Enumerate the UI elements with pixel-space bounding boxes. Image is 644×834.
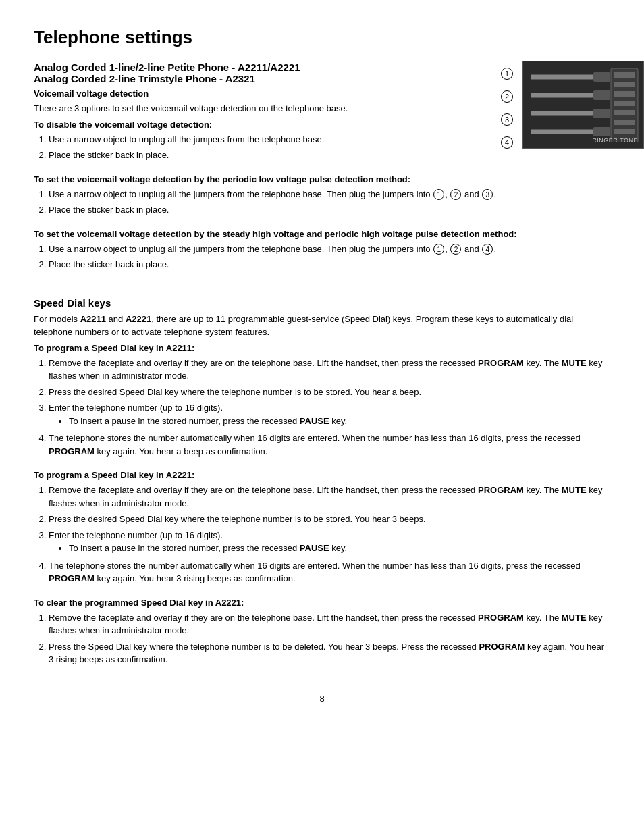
program-a2221-step-2: Press the desired Speed Dial key where t… <box>49 513 610 526</box>
diagram-box: RINGER TONE <box>522 61 644 149</box>
diagram-numbers: 1 2 3 4 <box>501 68 513 149</box>
clear-a2221-block: To clear the programmed Speed Dial key i… <box>34 598 610 667</box>
speed-dial-intro: For models A2211 and A2221, there are up… <box>34 313 610 339</box>
program-a2211-step-3: Enter the telephone number (up to 16 dig… <box>49 401 610 427</box>
svg-rect-9 <box>614 72 635 78</box>
svg-rect-14 <box>614 120 635 125</box>
program-a2211-step-4: The telephone stores the number automati… <box>49 432 610 458</box>
periodic-low-block: To set the voicemail voltage detection b… <box>34 174 610 217</box>
periodic-low-heading: To set the voicemail voltage detection b… <box>34 174 610 184</box>
circle-1-low: 1 <box>433 189 444 200</box>
program-a2211-bullet-1: To insert a pause in the stored number, … <box>69 415 610 428</box>
steady-high-step-1: Use a narrow object to unplug all the ju… <box>49 242 610 256</box>
program-a2221-heading: To program a Speed Dial key in A2221: <box>34 470 610 480</box>
circle-2-high: 2 <box>450 244 461 255</box>
steady-high-steps: Use a narrow object to unplug all the ju… <box>49 242 610 271</box>
svg-rect-7 <box>593 127 610 136</box>
svg-rect-11 <box>614 91 635 97</box>
diagram-circle-3: 3 <box>501 113 513 126</box>
clear-a2221-step-2: Press the Speed Dial key where the telep… <box>49 640 610 667</box>
diagram-circle-2: 2 <box>501 90 513 103</box>
speed-dial-section: Speed Dial keys For models A2211 and A22… <box>34 297 610 667</box>
steady-high-block: To set the voicemail voltage detection b… <box>34 229 610 271</box>
svg-rect-15 <box>614 129 635 134</box>
periodic-low-steps: Use a narrow object to unplug all the ju… <box>49 188 610 217</box>
voicemail-section: Voicemail voltage detection There are 3 … <box>34 88 610 284</box>
diagram-circle-4: 4 <box>501 136 513 149</box>
svg-rect-13 <box>614 110 635 115</box>
diagram-circle-1: 1 <box>501 68 513 80</box>
speed-dial-heading: Speed Dial keys <box>34 297 610 309</box>
disable-step-2: Place the sticker back in place. <box>49 149 610 162</box>
program-a2221-block: To program a Speed Dial key in A2221: Re… <box>34 470 610 585</box>
jumper-numbers-high: 1, 2 and 4. <box>433 244 496 254</box>
circle-3-low: 3 <box>482 189 493 200</box>
steady-high-step-2: Place the sticker back in place. <box>49 258 610 271</box>
program-a2221-step-1: Remove the faceplate and overlay if they… <box>49 484 610 510</box>
program-a2211-step-2: Press the desired Speed Dial key where t… <box>49 386 610 399</box>
program-a2221-steps: Remove the faceplate and overlay if they… <box>49 484 610 585</box>
analog-heading-line1: Analog Corded 1-line/2-line Petite Phone… <box>34 61 300 73</box>
program-a2211-steps: Remove the faceplate and overlay if they… <box>49 357 610 459</box>
clear-a2221-heading: To clear the programmed Speed Dial key i… <box>34 598 610 608</box>
diagram-area: 1 2 3 4 <box>502 20 644 149</box>
program-a2211-bullets: To insert a pause in the stored number, … <box>69 415 610 428</box>
diagram-svg <box>531 67 639 142</box>
clear-a2221-steps: Remove the faceplate and overlay if they… <box>49 611 610 667</box>
svg-rect-1 <box>593 72 610 82</box>
clear-a2221-step-1: Remove the faceplate and overlay if they… <box>49 611 610 637</box>
jumper-numbers-low: 1, 2 and 3. <box>433 189 496 199</box>
steady-high-heading: To set the voicemail voltage detection b… <box>34 229 610 239</box>
program-a2211-step-1: Remove the faceplate and overlay if they… <box>49 357 610 383</box>
svg-rect-10 <box>614 82 635 87</box>
circle-2-low: 2 <box>450 189 461 200</box>
circle-4-high: 4 <box>482 244 493 255</box>
analog-heading-line2: Analog Corded 2-line Trimstyle Phone - A… <box>34 73 255 84</box>
page-number: 8 <box>34 694 610 704</box>
periodic-low-step-1: Use a narrow object to unplug all the ju… <box>49 188 610 201</box>
svg-rect-5 <box>593 109 610 118</box>
program-a2221-bullets: To insert a pause in the stored number, … <box>69 542 610 555</box>
diagram-label: RINGER TONE <box>592 137 638 144</box>
program-a2221-bullet-1: To insert a pause in the stored number, … <box>69 542 610 555</box>
program-a2211-heading: To program a Speed Dial key in A2211: <box>34 343 610 353</box>
circle-1-high: 1 <box>433 244 444 255</box>
svg-rect-12 <box>614 101 635 106</box>
svg-rect-3 <box>593 90 610 100</box>
program-a2221-step-4: The telephone stores the number automati… <box>49 559 610 585</box>
periodic-low-step-2: Place the sticker back in place. <box>49 203 610 217</box>
program-a2211-block: To program a Speed Dial key in A2211: Re… <box>34 343 610 459</box>
program-a2221-step-3: Enter the telephone number (up to 16 dig… <box>49 529 610 555</box>
